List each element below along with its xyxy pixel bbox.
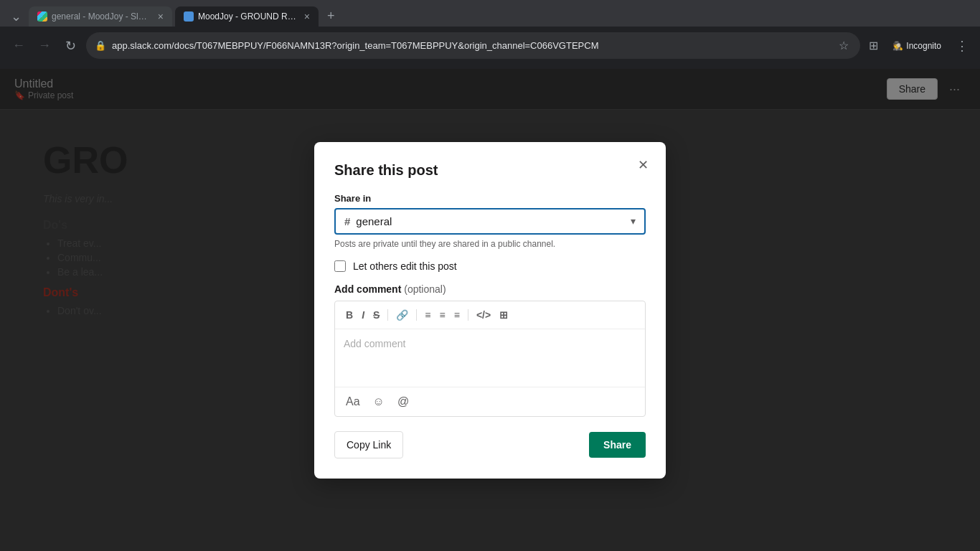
address-bar[interactable]: 🔒 ☆ — [86, 32, 860, 59]
modal-overlay: Share this post ✕ Share in # general ▾ P… — [0, 69, 980, 551]
hash-icon: # — [344, 215, 350, 227]
channel-hint: Posts are private until they are shared … — [334, 239, 646, 249]
emoji-btn[interactable]: ☺ — [369, 393, 388, 410]
refresh-button[interactable]: ↻ — [60, 36, 80, 56]
toolbar-separator-1 — [387, 309, 388, 321]
tab-bar: ⌄ general - MoodJoy - Slack × MoodJoy - … — [0, 0, 980, 27]
channel-value: general — [356, 215, 625, 227]
copy-link-button[interactable]: Copy Link — [334, 431, 403, 458]
toolbar-strikethrough-btn[interactable]: S — [369, 307, 383, 323]
comment-footer: Aa ☺ @ — [335, 387, 645, 416]
share-button[interactable]: Share — [589, 432, 646, 458]
lock-icon: 🔒 — [95, 40, 106, 51]
comment-editor: B I S 🔗 ≡ ≡ ≡ </> ⊞ Add comment — [334, 301, 646, 417]
tab2-favicon — [184, 11, 194, 22]
tab1-close[interactable]: × — [158, 11, 164, 22]
add-comment-label: Add comment (optional) — [334, 283, 646, 295]
comment-toolbar: B I S 🔗 ≡ ≡ ≡ </> ⊞ — [335, 301, 645, 329]
new-tab-button[interactable]: + — [321, 6, 341, 27]
tab1-title: general - MoodJoy - Slack — [52, 11, 151, 22]
comment-optional-label: (optional) — [404, 283, 446, 295]
tab-overflow-btn[interactable]: ⌄ — [6, 6, 26, 27]
browser-tab-2[interactable]: MoodJoy - GROUND RULES -... × — [175, 6, 319, 27]
star-button[interactable]: ☆ — [836, 36, 852, 55]
toolbar-link-btn[interactable]: 🔗 — [392, 307, 412, 323]
tab2-close[interactable]: × — [304, 11, 310, 22]
comment-body[interactable]: Add comment — [335, 329, 645, 387]
toolbar-indent-btn[interactable]: ≡ — [451, 307, 463, 323]
toolbar-more-btn[interactable]: ⊞ — [496, 307, 512, 323]
let-others-edit-group: Let others edit this post — [334, 260, 646, 272]
extensions-button[interactable]: ⊞ — [866, 36, 881, 55]
modal-title: Share this post — [334, 162, 646, 179]
toolbar-separator-2 — [416, 309, 417, 321]
chevron-down-icon: ▾ — [631, 215, 636, 227]
share-in-label: Share in — [334, 193, 646, 204]
tab2-title: MoodJoy - GROUND RULES -... — [198, 11, 297, 22]
modal-close-button[interactable]: ✕ — [631, 154, 654, 176]
let-others-edit-checkbox[interactable] — [334, 260, 346, 272]
url-input[interactable] — [112, 40, 830, 51]
incognito-button[interactable]: 🕵 Incognito — [887, 38, 947, 54]
back-button[interactable]: ← — [9, 36, 29, 56]
channel-select[interactable]: # general ▾ — [334, 208, 646, 235]
add-comment-group: Add comment (optional) B I S 🔗 ≡ ≡ ≡ </>… — [334, 283, 646, 417]
browser-menu-button[interactable]: ⋮ — [953, 35, 971, 57]
toolbar-ordered-list-btn[interactable]: ≡ — [421, 307, 434, 323]
toolbar-code-btn[interactable]: </> — [473, 307, 494, 323]
incognito-icon: 🕵 — [892, 41, 903, 51]
let-others-edit-label[interactable]: Let others edit this post — [353, 260, 457, 272]
incognito-label: Incognito — [906, 41, 941, 51]
browser-tab-1[interactable]: general - MoodJoy - Slack × — [29, 6, 172, 27]
toolbar-italic-btn[interactable]: I — [358, 307, 368, 323]
share-in-group: Share in # general ▾ Posts are private u… — [334, 193, 646, 249]
nav-bar: ← → ↻ 🔒 ☆ ⊞ 🕵 Incognito ⋮ — [0, 27, 980, 65]
close-icon: ✕ — [638, 157, 649, 173]
share-modal: Share this post ✕ Share in # general ▾ P… — [314, 142, 666, 479]
tab1-favicon — [37, 11, 47, 22]
toolbar-separator-3 — [468, 309, 468, 321]
comment-placeholder: Add comment — [344, 338, 405, 349]
toolbar-bold-btn[interactable]: B — [342, 307, 357, 323]
toolbar-unordered-list-btn[interactable]: ≡ — [436, 307, 449, 323]
mention-btn[interactable]: @ — [394, 393, 413, 410]
text-format-btn[interactable]: Aa — [342, 393, 364, 410]
modal-actions: Copy Link Share — [334, 431, 646, 458]
forward-button[interactable]: → — [34, 36, 55, 56]
